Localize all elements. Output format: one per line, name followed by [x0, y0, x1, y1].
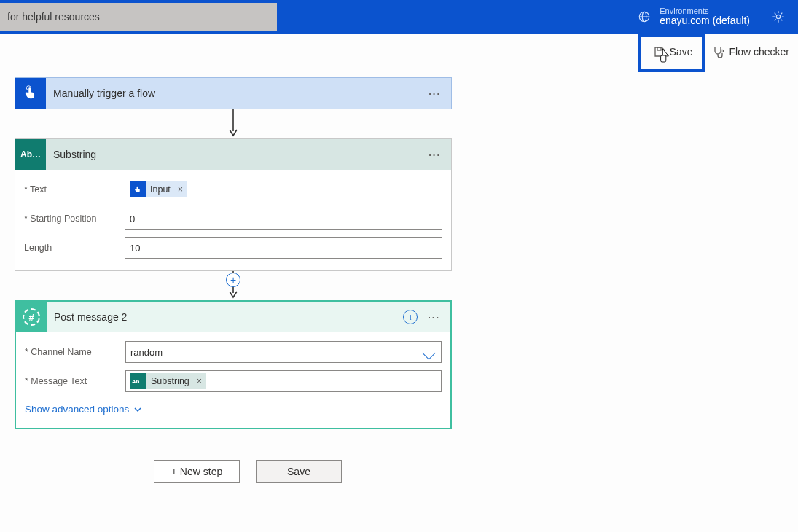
save-button[interactable]: Save: [648, 42, 699, 62]
connector-arrow: [15, 109, 452, 138]
substring-card[interactable]: Ab… Substring ··· * Text Input ×: [15, 138, 452, 271]
message-label: * Message Text: [25, 376, 125, 386]
hash-icon: #: [16, 302, 47, 332]
length-value: 10: [130, 243, 140, 254]
channel-value: random: [130, 347, 163, 358]
substring-menu[interactable]: ···: [423, 146, 447, 163]
show-advanced-label: Show advanced options: [25, 404, 129, 415]
cursor-icon: [658, 47, 671, 63]
search-text: for helpful resources: [7, 11, 100, 23]
svg-rect-4: [660, 55, 665, 62]
start-field[interactable]: 0: [125, 208, 442, 230]
info-icon[interactable]: i: [403, 310, 418, 324]
add-step-inline[interactable]: +: [226, 273, 240, 287]
save-icon: [654, 46, 665, 58]
environment-block: Environments enayu.com (default): [638, 7, 798, 26]
token-remove[interactable]: ×: [173, 181, 187, 197]
touch-icon: [15, 78, 46, 109]
new-step-button[interactable]: + New step: [154, 460, 240, 483]
search-box[interactable]: for helpful resources: [0, 3, 277, 31]
text-op-icon: Ab…: [130, 373, 146, 389]
globe-icon: [638, 10, 651, 23]
channel-select[interactable]: random: [125, 341, 442, 363]
stethoscope-icon: [712, 45, 725, 58]
trigger-menu[interactable]: ···: [423, 85, 447, 102]
length-label: Length: [24, 243, 125, 253]
svg-point-3: [776, 15, 780, 18]
post-message-title: Post message 2: [47, 311, 403, 323]
gear-icon[interactable]: [772, 10, 785, 23]
token-label: Substring: [146, 373, 192, 389]
svg-point-6: [721, 50, 723, 52]
bottom-actions: + New step Save: [15, 460, 481, 483]
save-label: Save: [670, 46, 693, 58]
environment-name: enayu.com (default): [660, 15, 750, 26]
input-token[interactable]: Input ×: [130, 181, 187, 197]
top-ribbon: for helpful resources Environments enayu…: [0, 0, 798, 34]
svg-rect-5: [657, 47, 661, 50]
text-op-icon: Ab…: [15, 139, 46, 170]
trigger-card[interactable]: Manually trigger a flow ···: [15, 77, 452, 109]
substring-token[interactable]: Ab… Substring ×: [130, 373, 206, 389]
message-field[interactable]: Ab… Substring ×: [125, 370, 442, 392]
connector-add: +: [15, 271, 452, 300]
save-label-bottom: Save: [287, 466, 310, 477]
token-label: Input: [146, 181, 173, 197]
command-bar: Save Flow checker: [0, 34, 798, 70]
start-value: 0: [130, 214, 135, 224]
flow-checker-label: Flow checker: [729, 46, 789, 58]
save-button-bottom[interactable]: Save: [256, 460, 342, 483]
touch-icon: [130, 181, 146, 197]
trigger-title: Manually trigger a flow: [46, 87, 423, 99]
new-step-label: + New step: [171, 466, 222, 477]
substring-title: Substring: [46, 149, 423, 160]
post-message-menu[interactable]: ···: [422, 309, 446, 326]
text-label: * Text: [24, 184, 125, 195]
flow-checker-button[interactable]: Flow checker: [712, 45, 789, 58]
text-field[interactable]: Input ×: [125, 179, 442, 200]
post-message-card[interactable]: # Post message 2 i ··· * Channel Name ra…: [15, 300, 452, 429]
channel-label: * Channel Name: [25, 347, 125, 357]
chevron-down-icon: [133, 405, 142, 414]
length-field[interactable]: 10: [125, 237, 442, 259]
show-advanced-link[interactable]: Show advanced options: [25, 398, 442, 418]
token-remove[interactable]: ×: [192, 373, 206, 389]
environment-picker[interactable]: Environments enayu.com (default): [660, 7, 750, 26]
start-label: * Starting Position: [24, 214, 125, 224]
flow-canvas: Manually trigger a flow ··· Ab… Substrin…: [0, 70, 798, 512]
